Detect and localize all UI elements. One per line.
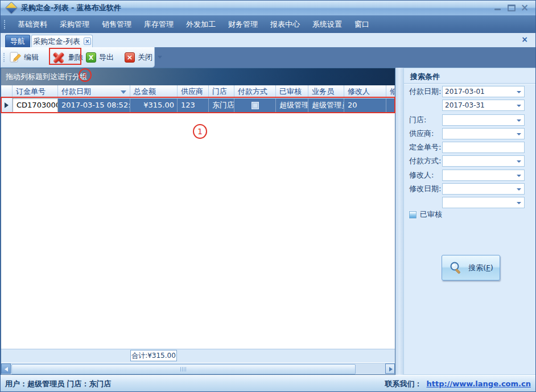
close-tab-button[interactable]: 关闭 bbox=[125, 47, 162, 67]
pay-date-to-combo[interactable] bbox=[442, 100, 525, 111]
deposit-grid: 拖动列标题到这进行分组 订金单号 付款日期 总金额 供应商 门店 付款方式 已审… bbox=[1, 68, 395, 375]
close-red-icon bbox=[125, 52, 135, 63]
supplier-combo[interactable] bbox=[442, 128, 525, 139]
pay-date-from-combo[interactable] bbox=[442, 86, 525, 97]
chevron-down-icon[interactable] bbox=[515, 156, 524, 166]
menu-reports[interactable]: 报表中心 bbox=[264, 16, 306, 32]
menu-inventory[interactable]: 库存管理 bbox=[138, 16, 180, 32]
header-pay-date-label: 付款日期 bbox=[61, 87, 91, 96]
audited-filter-label: 已审核 bbox=[420, 209, 442, 220]
scrollbar-thumb[interactable] bbox=[11, 364, 356, 374]
horizontal-scrollbar[interactable] bbox=[1, 363, 395, 374]
tab-purchase-deposit-list[interactable]: 采购定金-列表 bbox=[31, 35, 93, 47]
tab-navigation[interactable]: 导航 bbox=[5, 35, 30, 47]
store-combo[interactable] bbox=[442, 114, 525, 126]
deposit-no-label: 定金单号: bbox=[409, 142, 441, 153]
supplier-label: 供应商: bbox=[409, 128, 434, 139]
sort-desc-icon bbox=[121, 90, 126, 94]
search-button-label: 搜索(F) bbox=[468, 263, 493, 273]
titlebar: 采购定金-列表 - 蓝格布业软件 bbox=[1, 1, 535, 15]
menu-purchase[interactable]: 采购管理 bbox=[53, 16, 96, 32]
search-icon bbox=[448, 261, 463, 275]
excel-export-icon bbox=[86, 52, 96, 63]
panel-splitter[interactable] bbox=[395, 68, 403, 375]
website-link[interactable]: http://www.lange.com.cn bbox=[427, 376, 531, 392]
chevron-down-icon[interactable] bbox=[158, 56, 162, 59]
menu-finance[interactable]: 财务管理 bbox=[222, 16, 264, 32]
user-store-info: 用户：超级管理员 门店：东门店 bbox=[5, 376, 112, 392]
modified-date-from-combo[interactable] bbox=[442, 183, 525, 195]
annotation-callout-2: 2 bbox=[79, 68, 92, 82]
scroll-left-icon[interactable] bbox=[1, 364, 11, 374]
tab-close-icon[interactable] bbox=[84, 38, 91, 45]
annotation-callout-1: 1 bbox=[193, 124, 207, 139]
grip-handle-icon[interactable] bbox=[4, 20, 7, 29]
group-by-bar[interactable]: 拖动列标题到这进行分组 bbox=[1, 68, 395, 85]
edit-button[interactable]: 编辑 bbox=[9, 47, 39, 67]
chevron-down-icon[interactable] bbox=[515, 184, 524, 194]
pay-date-label: 付款日期: bbox=[409, 86, 441, 97]
chevron-down-icon[interactable] bbox=[515, 170, 524, 180]
search-button[interactable]: 搜索(F) bbox=[442, 255, 500, 280]
menu-window[interactable]: 窗口 bbox=[348, 16, 376, 32]
pay-method-combo[interactable] bbox=[442, 155, 525, 167]
chevron-down-icon[interactable] bbox=[515, 100, 524, 110]
menu-outsourcing[interactable]: 外发加工 bbox=[180, 16, 222, 32]
modified-by-label: 修改人: bbox=[409, 170, 434, 181]
search-panel-title: 搜索条件 bbox=[410, 72, 440, 82]
contact-label: 联系我们： bbox=[385, 376, 422, 392]
edit-pencil-icon bbox=[9, 51, 21, 64]
minimize-button[interactable] bbox=[491, 3, 504, 13]
modified-by-input[interactable] bbox=[443, 170, 515, 180]
statusbar: 用户：超级管理员 门店：东门店 联系我们： http://www.lange.c… bbox=[1, 375, 535, 392]
app-window: 采购定金-列表 - 蓝格布业软件 基础资料 采购管理 销售管理 库存管理 外发加… bbox=[0, 0, 536, 392]
chevron-down-icon[interactable] bbox=[515, 115, 524, 125]
pay-date-to-input[interactable] bbox=[443, 100, 515, 110]
supplier-input[interactable] bbox=[443, 129, 515, 139]
search-panel: 搜索条件 付款日期: 门店: 供应商: bbox=[403, 68, 536, 375]
modified-date-from-input[interactable] bbox=[443, 184, 515, 194]
export-button[interactable]: 导出 bbox=[86, 47, 114, 67]
total-amount-box: 合计:¥315.00 bbox=[130, 350, 177, 361]
chevron-down-icon[interactable] bbox=[515, 129, 524, 139]
divider bbox=[404, 83, 535, 84]
modified-date-label: 修改日期: bbox=[409, 183, 441, 195]
window-title: 采购定金-列表 - 蓝格布业软件 bbox=[21, 1, 121, 15]
grip-handle-icon[interactable] bbox=[3, 53, 6, 62]
pay-date-from-input[interactable] bbox=[443, 86, 515, 97]
annotation-box-row bbox=[1, 97, 395, 113]
deposit-no-field[interactable] bbox=[442, 142, 525, 153]
store-label: 门店: bbox=[409, 114, 426, 126]
grid-summary-band: 合计:¥315.00 bbox=[1, 349, 395, 362]
scrollbar-grip-icon bbox=[180, 367, 187, 372]
tab-label: 采购定金-列表 bbox=[33, 36, 80, 47]
chevron-down-icon[interactable] bbox=[515, 86, 524, 97]
close-label: 关闭 bbox=[138, 52, 152, 63]
close-button[interactable] bbox=[518, 3, 531, 13]
app-icon bbox=[5, 2, 18, 15]
chevron-down-icon[interactable] bbox=[515, 197, 524, 208]
deposit-no-input[interactable] bbox=[443, 142, 524, 152]
store-input[interactable] bbox=[443, 115, 515, 125]
pay-method-input[interactable] bbox=[443, 156, 515, 166]
tabbar-close-icon[interactable] bbox=[521, 35, 529, 43]
menu-sales[interactable]: 销售管理 bbox=[96, 16, 138, 32]
menu-basic-data[interactable]: 基础资料 bbox=[11, 16, 53, 32]
edit-label: 编辑 bbox=[24, 52, 39, 63]
modified-date-to-combo[interactable] bbox=[442, 197, 525, 208]
tabbar: 导航 采购定金-列表 bbox=[1, 33, 535, 47]
menu-settings[interactable]: 系统设置 bbox=[306, 16, 348, 32]
menubar: 基础资料 采购管理 销售管理 库存管理 外发加工 财务管理 报表中心 系统设置 … bbox=[1, 15, 535, 34]
annotation-box-delete bbox=[49, 48, 81, 65]
maximize-button[interactable] bbox=[505, 3, 518, 13]
pay-method-label: 付款方式: bbox=[409, 155, 441, 167]
scroll-right-icon[interactable] bbox=[385, 364, 395, 374]
export-label: 导出 bbox=[99, 52, 114, 63]
audited-filter-checkbox[interactable] bbox=[409, 211, 417, 218]
modified-date-to-input[interactable] bbox=[443, 197, 515, 208]
modified-by-combo[interactable] bbox=[442, 170, 525, 181]
